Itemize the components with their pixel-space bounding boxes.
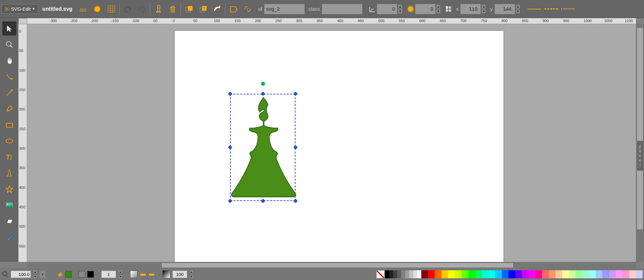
resize-handle[interactable] xyxy=(228,199,232,203)
select-tool[interactable] xyxy=(2,21,16,36)
resize-handle[interactable] xyxy=(294,199,297,203)
shape-library-tool[interactable] xyxy=(2,166,16,180)
palette-swatch[interactable] xyxy=(448,270,455,278)
side-panel-toggle[interactable]: p a n e l xyxy=(637,141,644,171)
zoom-spinner[interactable]: ▲▼ xyxy=(33,270,38,279)
palette-swatch[interactable] xyxy=(421,270,428,278)
palette-swatch[interactable] xyxy=(623,270,629,278)
spin-down-icon[interactable]: ▼ xyxy=(481,9,486,14)
palette-swatch[interactable] xyxy=(562,270,569,278)
class-input[interactable] xyxy=(322,4,362,14)
workarea[interactable] xyxy=(27,24,636,262)
polygon-tool[interactable] xyxy=(2,214,16,228)
x-spinner[interactable]: ▲▼ xyxy=(481,4,486,14)
scrollbar-thumb[interactable] xyxy=(637,27,643,230)
line-tool[interactable] xyxy=(2,86,16,100)
resize-handle[interactable] xyxy=(294,92,297,95)
eyedropper-tool[interactable] xyxy=(2,230,16,244)
linejoin-miter-icon[interactable] xyxy=(148,271,155,278)
path-tool[interactable] xyxy=(2,102,16,116)
canvas[interactable] xyxy=(175,31,503,262)
palette-swatch[interactable] xyxy=(413,270,417,278)
palette-swatch[interactable] xyxy=(389,270,393,278)
palette-swatch[interactable] xyxy=(542,270,549,278)
palette-swatch[interactable] xyxy=(482,270,488,278)
spin-up-icon[interactable]: ▲ xyxy=(189,270,194,274)
palette-swatch[interactable] xyxy=(428,270,435,278)
wireframe-mode-button[interactable] xyxy=(91,2,104,16)
blur-spinner[interactable]: ▲▼ xyxy=(436,4,441,14)
palette-swatch[interactable] xyxy=(589,270,596,278)
palette-swatch[interactable] xyxy=(529,270,535,278)
spin-down-icon[interactable]: ▼ xyxy=(516,9,520,14)
opacity-input[interactable] xyxy=(172,271,187,278)
palette-swatch[interactable] xyxy=(393,270,397,278)
palette-swatch[interactable] xyxy=(629,270,636,278)
stroke-dot-option[interactable] xyxy=(561,8,575,9)
palette-swatch[interactable] xyxy=(596,270,602,278)
scrollbar-thumb[interactable] xyxy=(161,263,514,268)
palette-swatch[interactable] xyxy=(401,270,405,278)
spin-up-icon[interactable]: ▲ xyxy=(33,270,38,274)
move-bottom-button[interactable] xyxy=(196,2,210,16)
palette-swatch[interactable] xyxy=(636,270,643,278)
palette-swatch[interactable] xyxy=(409,270,413,278)
palette-swatch[interactable] xyxy=(535,270,542,278)
stroke-dash-option[interactable] xyxy=(544,8,558,9)
palette-swatch[interactable] xyxy=(609,270,616,278)
convert-path-button[interactable] xyxy=(210,2,224,16)
x-input[interactable] xyxy=(461,4,481,14)
redo-button[interactable] xyxy=(135,2,149,16)
palette-swatch[interactable] xyxy=(582,270,589,278)
palette-swatch[interactable] xyxy=(569,270,576,278)
spin-down-icon[interactable]: ▼ xyxy=(398,9,402,14)
palette-swatch[interactable] xyxy=(405,270,409,278)
angle-spinner[interactable]: ▲▼ xyxy=(398,4,402,14)
palette-swatch[interactable] xyxy=(549,270,555,278)
id-input[interactable] xyxy=(264,4,305,14)
spin-down-icon[interactable]: ▼ xyxy=(189,274,194,279)
main-menu-button[interactable]: SVG-Edit ▼ xyxy=(1,4,38,14)
selection-box[interactable] xyxy=(230,94,296,201)
stroke-width-spinner[interactable]: ▲▼ xyxy=(118,270,123,279)
edit-source-button[interactable]: svg xyxy=(76,2,90,16)
star-tool[interactable] xyxy=(2,182,16,196)
spin-up-icon[interactable]: ▲ xyxy=(118,270,123,274)
palette-swatch[interactable] xyxy=(508,270,515,278)
palette-swatch[interactable] xyxy=(555,270,562,278)
palette-swatch[interactable] xyxy=(462,270,468,278)
gradient-picker[interactable] xyxy=(162,270,170,278)
stroke-color-swatch[interactable] xyxy=(87,271,94,278)
y-spinner[interactable]: ▲▼ xyxy=(516,4,520,14)
move-top-button[interactable] xyxy=(182,2,196,16)
undo-button[interactable] xyxy=(121,2,135,16)
opacity-spinner[interactable]: ▲▼ xyxy=(189,270,194,279)
scrollbar-horizontal[interactable] xyxy=(27,262,636,269)
spin-down-icon[interactable]: ▼ xyxy=(33,274,38,279)
zoom-icon[interactable] xyxy=(2,271,9,278)
image-tool[interactable] xyxy=(2,198,16,212)
palette-swatch[interactable] xyxy=(441,270,448,278)
rect-tool[interactable] xyxy=(2,118,16,132)
palette-swatch[interactable] xyxy=(488,270,495,278)
spin-down-icon[interactable]: ▼ xyxy=(118,274,123,279)
y-input[interactable] xyxy=(495,4,515,14)
palette-swatch[interactable] xyxy=(397,270,401,278)
stroke-width-input[interactable] xyxy=(101,271,116,278)
delete-button[interactable] xyxy=(166,2,179,16)
show-grid-button[interactable] xyxy=(105,2,118,16)
palette-swatch[interactable] xyxy=(616,270,623,278)
palette-swatch[interactable] xyxy=(468,270,475,278)
text-tool[interactable]: T xyxy=(2,150,16,164)
ellipse-tool[interactable] xyxy=(2,134,16,148)
spin-up-icon[interactable]: ▲ xyxy=(481,4,486,9)
palette-swatch[interactable] xyxy=(495,270,502,278)
palette-swatch[interactable] xyxy=(455,270,462,278)
resize-handle[interactable] xyxy=(261,92,265,95)
resize-handle[interactable] xyxy=(228,92,232,95)
resize-handle[interactable] xyxy=(294,146,297,149)
stroke-outline-swatch[interactable] xyxy=(78,271,85,278)
palette-swatch[interactable] xyxy=(417,270,421,278)
resize-handle[interactable] xyxy=(228,146,232,149)
palette-swatch[interactable] xyxy=(502,270,508,278)
